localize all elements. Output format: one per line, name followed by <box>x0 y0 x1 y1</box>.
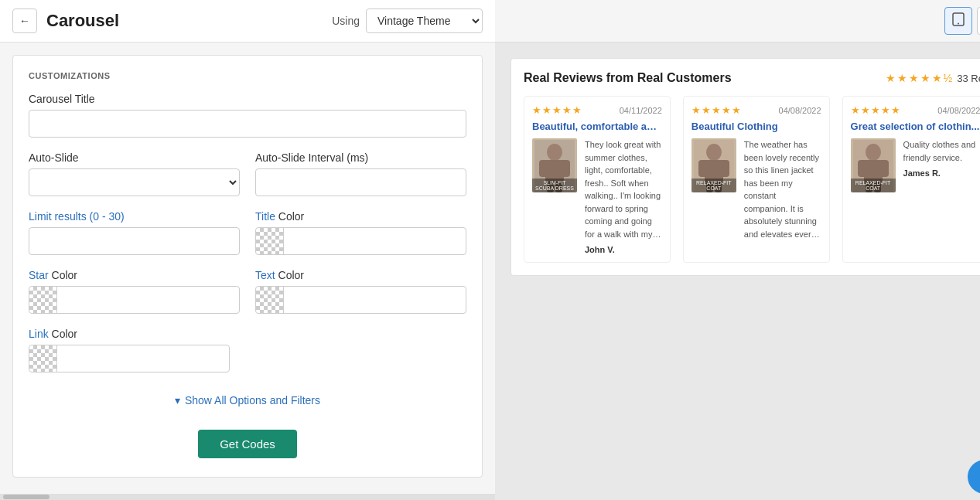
svg-point-6 <box>547 144 562 161</box>
review-text: They look great with summer clothes, lig… <box>585 138 662 240</box>
review-text: Quality clothes and friendly service. <box>903 138 980 164</box>
review-star: ★ <box>732 104 741 116</box>
svg-rect-8 <box>539 160 550 177</box>
link-color-group: Link Color <box>29 328 230 372</box>
review-star: ★ <box>542 104 551 116</box>
summary-stars: ★ ★ ★ ★ ★ ½ <box>886 72 953 84</box>
star-text-color-row: Star Color Text Color <box>29 269 466 314</box>
bottom-scroll-thumb <box>3 495 50 499</box>
reviews-section-title: Real Reviews from Real Customers <box>524 71 732 85</box>
review-text-col: The weather has been lovely recently so … <box>744 138 821 240</box>
review-star: ★ <box>532 104 541 116</box>
link-color-text[interactable] <box>57 352 229 365</box>
review-image: RELAXED-FIT COAT <box>691 138 736 192</box>
review-image: SLIM-FIT SCUBA DRESS <box>532 138 577 192</box>
tablet-icon <box>951 12 965 29</box>
title-color-group: Title Color <box>255 210 466 255</box>
title-color-text[interactable] <box>284 235 466 247</box>
get-codes-button[interactable]: Get Codes <box>198 430 297 458</box>
star-color-highlight: Star <box>29 269 49 281</box>
summary-star-5: ★ <box>932 72 942 84</box>
title-color-swatch <box>256 228 284 254</box>
auto-slide-select[interactable]: Yes No <box>29 168 240 196</box>
circle-action-button[interactable]: + <box>968 460 980 494</box>
limit-results-label: Limit results (0 - 30) <box>29 210 240 223</box>
summary-star-1: ★ <box>886 72 896 84</box>
reviews-grid: ★★★★★ 04/11/2022 Beautiful, comfortable … <box>524 96 980 263</box>
review-star: ★ <box>881 104 890 116</box>
review-star: ★ <box>691 104 701 116</box>
summary-star-3: ★ <box>909 72 919 84</box>
back-button[interactable]: ← <box>12 9 37 33</box>
review-text-col: Quality clothes and friendly service. Ja… <box>903 138 980 192</box>
top-bar: ← Carousel Using Vintage Theme Modern Th… <box>0 0 495 43</box>
auto-slide-row: Auto-Slide Yes No Auto-Slide Interval (m… <box>29 151 466 196</box>
title-color-highlight: Title <box>255 210 275 223</box>
review-body: RELAXED-FIT COAT The weather has been lo… <box>691 138 821 240</box>
review-image-label: SLIM-FIT SCUBA DRESS <box>532 179 577 192</box>
title-color-label: Title Color <box>255 210 466 223</box>
svg-rect-16 <box>719 160 729 177</box>
customizations-label: CUSTOMIZATIONS <box>29 71 466 80</box>
review-body: RELAXED-FIT COAT Quality clothes and fri… <box>851 138 980 192</box>
limit-color-row: Limit results (0 - 30) Title Color <box>29 210 466 255</box>
limit-results-input[interactable] <box>29 227 240 255</box>
review-top: ★★★★★ 04/08/2022 <box>691 104 821 116</box>
reviews-card: Real Reviews from Real Customers ★ ★ ★ ★… <box>510 58 980 276</box>
review-title: Great selection of clothin... <box>851 121 980 132</box>
link-color-swatch <box>29 345 57 372</box>
tablet-device-button[interactable] <box>944 7 972 35</box>
review-star: ★ <box>891 104 900 116</box>
star-color-swatch <box>29 287 57 313</box>
bottom-btn-area: + <box>495 454 980 500</box>
review-image-wrap: RELAXED-FIT COAT <box>851 138 897 192</box>
theme-select[interactable]: Vintage Theme Modern Theme Classic Theme <box>366 9 483 33</box>
review-stars: ★★★★★ <box>851 104 900 116</box>
svg-rect-9 <box>559 160 570 177</box>
show-options-arrow: ▾ <box>175 394 180 406</box>
text-color-label: Text Color <box>255 269 466 281</box>
reviews-summary: ★ ★ ★ ★ ★ ½ 33 Rev <box>886 72 980 84</box>
star-color-group: Star Color <box>29 269 240 314</box>
auto-slide-interval-input[interactable] <box>255 168 466 196</box>
left-panel: ← Carousel Using Vintage Theme Modern Th… <box>0 0 495 500</box>
review-image: RELAXED-FIT COAT <box>851 138 896 192</box>
text-color-text[interactable] <box>284 294 466 306</box>
svg-rect-23 <box>878 160 889 177</box>
svg-point-1 <box>958 23 959 25</box>
get-codes-row: Get Codes <box>29 422 466 461</box>
star-color-label: Star Color <box>29 269 240 281</box>
carousel-title-label: Carousel Title <box>29 93 466 105</box>
customizations-panel: CUSTOMIZATIONS Carousel Title Auto-Slide… <box>12 55 483 478</box>
title-color-input-wrapper[interactable] <box>255 227 466 255</box>
star-color-text[interactable] <box>57 294 239 306</box>
show-options-row: ▾ Show All Options and Filters <box>29 386 466 422</box>
text-color-swatch <box>256 287 284 313</box>
link-color-input-wrapper[interactable] <box>29 345 230 372</box>
svg-rect-15 <box>698 160 709 177</box>
limit-results-group: Limit results (0 - 30) <box>29 210 240 255</box>
review-star: ★ <box>712 104 721 116</box>
summary-star-2: ★ <box>897 72 907 84</box>
carousel-title-input[interactable] <box>29 110 466 138</box>
star-color-input-wrapper[interactable] <box>29 286 240 314</box>
text-color-input-wrapper[interactable] <box>255 286 466 314</box>
auto-slide-group: Auto-Slide Yes No <box>29 151 240 196</box>
show-options-label: Show All Options and Filters <box>185 394 320 406</box>
carousel-title-group: Carousel Title <box>29 93 466 138</box>
right-panel: Real Reviews from Real Customers ★ ★ ★ ★… <box>495 0 980 500</box>
review-title: Beautiful, comfortable and pleas... <box>532 121 662 132</box>
review-stars: ★★★★★ <box>691 104 741 116</box>
review-star: ★ <box>702 104 711 116</box>
link-color-label: Link Color <box>29 328 230 340</box>
review-image-label: RELAXED-FIT COAT <box>691 179 736 192</box>
review-star: ★ <box>552 104 562 116</box>
review-star: ★ <box>871 104 880 116</box>
bottom-scrollbar[interactable] <box>0 494 495 500</box>
review-top: ★★★★★ 04/11/2022 <box>532 104 662 116</box>
panel-content: CUSTOMIZATIONS Carousel Title Auto-Slide… <box>0 43 495 494</box>
review-star: ★ <box>722 104 731 116</box>
review-text-col: They look great with summer clothes, lig… <box>585 138 662 254</box>
show-options-button[interactable]: ▾ Show All Options and Filters <box>175 394 320 406</box>
desktop-device-button[interactable] <box>977 7 980 35</box>
